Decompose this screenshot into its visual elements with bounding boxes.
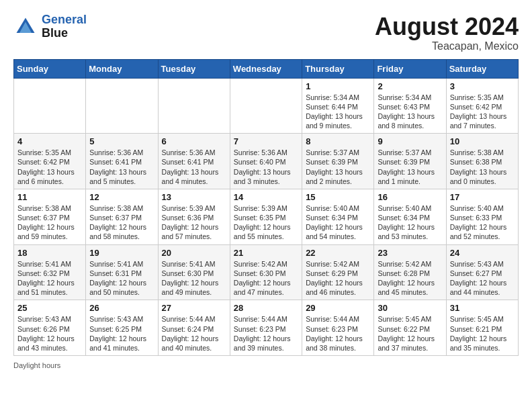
day-number: 24 [450,248,515,258]
day-info: Sunrise: 5:38 AMSunset: 6:38 PMDaylight:… [450,148,515,186]
calendar-week-row: 25Sunrise: 5:43 AMSunset: 6:26 PMDayligh… [14,300,519,356]
calendar-cell: 16Sunrise: 5:40 AMSunset: 6:34 PMDayligh… [374,189,446,244]
day-number: 25 [17,303,82,313]
location-subtitle: Teacapan, Mexico [375,40,519,52]
day-number: 19 [89,248,154,258]
day-info: Sunrise: 5:40 AMSunset: 6:33 PMDaylight:… [450,203,515,242]
day-info: Sunrise: 5:44 AMSunset: 6:23 PMDaylight:… [306,314,370,353]
calendar-cell: 26Sunrise: 5:43 AMSunset: 6:25 PMDayligh… [86,300,158,356]
day-info: Sunrise: 5:37 AMSunset: 6:39 PMDaylight:… [378,148,442,186]
calendar-cell: 15Sunrise: 5:40 AMSunset: 6:34 PMDayligh… [302,189,374,244]
day-info: Sunrise: 5:41 AMSunset: 6:30 PMDaylight:… [162,259,226,298]
calendar-week-row: 4Sunrise: 5:35 AMSunset: 6:42 PMDaylight… [14,134,519,189]
day-number: 5 [89,136,154,146]
calendar-cell: 28Sunrise: 5:44 AMSunset: 6:23 PMDayligh… [230,300,302,356]
day-number: 13 [162,192,226,202]
calendar-cell: 3Sunrise: 5:35 AMSunset: 6:42 PMDaylight… [446,78,518,134]
day-number: 21 [234,248,298,258]
calendar-cell: 10Sunrise: 5:38 AMSunset: 6:38 PMDayligh… [446,134,518,189]
calendar-cell: 11Sunrise: 5:38 AMSunset: 6:37 PMDayligh… [14,189,86,244]
day-info: Sunrise: 5:42 AMSunset: 6:29 PMDaylight:… [306,259,370,298]
calendar-cell: 24Sunrise: 5:43 AMSunset: 6:27 PMDayligh… [446,244,518,300]
day-number: 28 [234,303,298,313]
calendar-cell: 19Sunrise: 5:41 AMSunset: 6:31 PMDayligh… [86,244,158,300]
day-info: Sunrise: 5:34 AMSunset: 6:44 PMDaylight:… [306,93,370,131]
day-number: 8 [306,136,370,146]
day-number: 17 [450,192,515,202]
day-number: 10 [450,136,515,146]
day-info: Sunrise: 5:45 AMSunset: 6:22 PMDaylight:… [378,314,442,353]
calendar-cell: 14Sunrise: 5:39 AMSunset: 6:35 PMDayligh… [230,189,302,244]
calendar-day-header: Tuesday [158,59,230,78]
day-number: 29 [306,303,370,313]
calendar-week-row: 1Sunrise: 5:34 AMSunset: 6:44 PMDaylight… [14,78,519,134]
calendar-cell: 17Sunrise: 5:40 AMSunset: 6:33 PMDayligh… [446,189,518,244]
title-block: August 2024 Teacapan, Mexico [375,13,519,52]
day-info: Sunrise: 5:42 AMSunset: 6:30 PMDaylight:… [234,259,298,298]
day-number: 22 [306,248,370,258]
day-info: Sunrise: 5:36 AMSunset: 6:41 PMDaylight:… [162,148,226,186]
day-number: 30 [378,303,442,313]
calendar-cell: 9Sunrise: 5:37 AMSunset: 6:39 PMDaylight… [374,134,446,189]
day-info: Sunrise: 5:37 AMSunset: 6:39 PMDaylight:… [306,148,370,186]
calendar-cell [158,78,230,134]
day-info: Sunrise: 5:44 AMSunset: 6:23 PMDaylight:… [234,314,298,353]
day-info: Sunrise: 5:35 AMSunset: 6:42 PMDaylight:… [17,148,82,186]
calendar-day-header: Thursday [302,59,374,78]
logo-icon [13,15,38,39]
day-info: Sunrise: 5:41 AMSunset: 6:32 PMDaylight:… [17,259,82,298]
day-info: Sunrise: 5:35 AMSunset: 6:42 PMDaylight:… [450,93,515,131]
logo-text: General Blue [42,13,87,40]
calendar-table: SundayMondayTuesdayWednesdayThursdayFrid… [13,59,519,356]
logo: General Blue [13,13,87,40]
day-number: 9 [378,136,442,146]
calendar-cell: 12Sunrise: 5:38 AMSunset: 6:37 PMDayligh… [86,189,158,244]
day-number: 11 [17,192,82,202]
day-number: 26 [89,303,154,313]
calendar-cell: 6Sunrise: 5:36 AMSunset: 6:41 PMDaylight… [158,134,230,189]
month-year-title: August 2024 [375,13,519,40]
day-info: Sunrise: 5:39 AMSunset: 6:35 PMDaylight:… [234,203,298,242]
calendar-cell: 5Sunrise: 5:36 AMSunset: 6:41 PMDaylight… [86,134,158,189]
day-number: 14 [234,192,298,202]
calendar-cell: 8Sunrise: 5:37 AMSunset: 6:39 PMDaylight… [302,134,374,189]
day-info: Sunrise: 5:41 AMSunset: 6:31 PMDaylight:… [89,259,154,298]
day-info: Sunrise: 5:43 AMSunset: 6:25 PMDaylight:… [89,314,154,353]
calendar-cell [230,78,302,134]
calendar-cell [86,78,158,134]
day-number: 27 [162,303,226,313]
day-info: Sunrise: 5:36 AMSunset: 6:40 PMDaylight:… [234,148,298,186]
page-header: General Blue August 2024 Teacapan, Mexic… [13,13,519,52]
calendar-cell: 4Sunrise: 5:35 AMSunset: 6:42 PMDaylight… [14,134,86,189]
day-info: Sunrise: 5:43 AMSunset: 6:26 PMDaylight:… [17,314,82,353]
day-number: 4 [17,136,82,146]
calendar-cell: 22Sunrise: 5:42 AMSunset: 6:29 PMDayligh… [302,244,374,300]
day-info: Sunrise: 5:36 AMSunset: 6:41 PMDaylight:… [89,148,154,186]
day-number: 18 [17,248,82,258]
day-number: 3 [450,81,515,91]
calendar-cell: 13Sunrise: 5:39 AMSunset: 6:36 PMDayligh… [158,189,230,244]
day-number: 20 [162,248,226,258]
calendar-cell: 1Sunrise: 5:34 AMSunset: 6:44 PMDaylight… [302,78,374,134]
day-info: Sunrise: 5:40 AMSunset: 6:34 PMDaylight:… [306,203,370,242]
day-number: 1 [306,81,370,91]
calendar-cell: 23Sunrise: 5:42 AMSunset: 6:28 PMDayligh… [374,244,446,300]
calendar-cell: 30Sunrise: 5:45 AMSunset: 6:22 PMDayligh… [374,300,446,356]
day-number: 6 [162,136,226,146]
day-info: Sunrise: 5:42 AMSunset: 6:28 PMDaylight:… [378,259,442,298]
calendar-cell: 7Sunrise: 5:36 AMSunset: 6:40 PMDaylight… [230,134,302,189]
day-number: 7 [234,136,298,146]
calendar-day-header: Monday [86,59,158,78]
daylight-label: Daylight hours [13,361,60,369]
day-number: 15 [306,192,370,202]
day-info: Sunrise: 5:40 AMSunset: 6:34 PMDaylight:… [378,203,442,242]
day-number: 23 [378,248,442,258]
calendar-week-row: 11Sunrise: 5:38 AMSunset: 6:37 PMDayligh… [14,189,519,244]
calendar-header-row: SundayMondayTuesdayWednesdayThursdayFrid… [14,59,519,78]
day-number: 12 [89,192,154,202]
day-number: 16 [378,192,442,202]
day-info: Sunrise: 5:38 AMSunset: 6:37 PMDaylight:… [17,203,82,242]
calendar-cell: 29Sunrise: 5:44 AMSunset: 6:23 PMDayligh… [302,300,374,356]
day-info: Sunrise: 5:38 AMSunset: 6:37 PMDaylight:… [89,203,154,242]
calendar-cell: 18Sunrise: 5:41 AMSunset: 6:32 PMDayligh… [14,244,86,300]
